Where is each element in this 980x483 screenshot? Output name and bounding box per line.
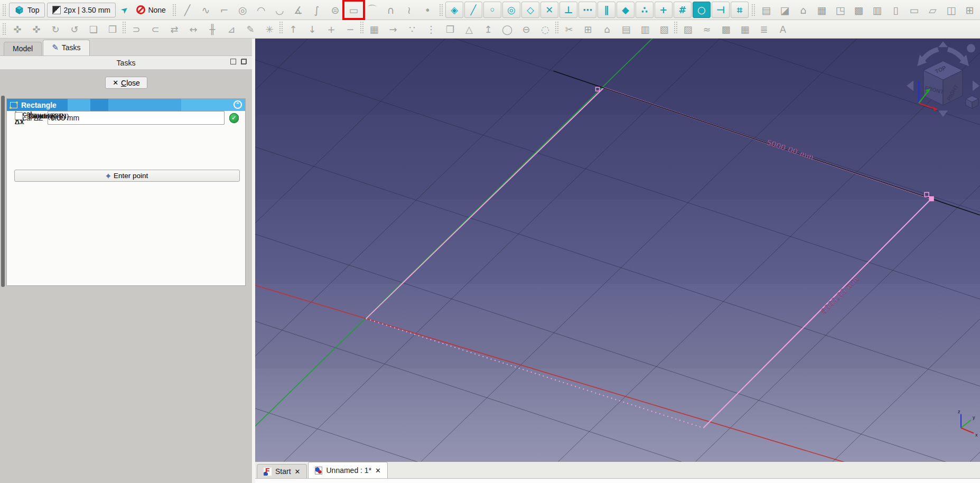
draft-rectangle-icon[interactable]: ▭: [344, 2, 363, 18]
draft-arc-icon[interactable]: ◠: [252, 2, 270, 18]
draft-clone-icon[interactable]: ❏: [84, 21, 103, 37]
navigation-cube[interactable]: TOP FRONT RIGHT: [907, 41, 979, 117]
snap-arrow-icon[interactable]: ➤: [115, 1, 134, 18]
close-task-button[interactable]: ✕ Close: [105, 77, 147, 89]
draft-arc-axis-icon[interactable]: ∡: [289, 2, 307, 18]
snap-ortho-icon[interactable]: +: [655, 2, 673, 18]
part-sphere-icon[interactable]: ◯: [498, 21, 517, 37]
arch-space-icon[interactable]: ◪: [776, 2, 794, 18]
autogroup-button[interactable]: None: [132, 5, 170, 14]
draft-path-array-icon[interactable]: →: [384, 21, 403, 37]
draft-mirror-icon[interactable]: ⇄: [165, 21, 184, 37]
draft-bezier-tools-icon[interactable]: ≀: [400, 2, 418, 18]
collapse-icon[interactable]: ⌃: [234, 100, 242, 109]
rotate-ccw-arrow-icon[interactable]: [907, 80, 913, 91]
draft-line-icon[interactable]: ╱: [178, 2, 197, 18]
arch-wall-icon[interactable]: ▩: [850, 2, 868, 18]
draft-offset-copy-icon[interactable]: ⊂: [146, 21, 165, 37]
checkbox[interactable]: [15, 112, 23, 120]
snap-perpendicular-icon[interactable]: ⊥: [559, 2, 577, 18]
arch-beam-icon[interactable]: ▭: [905, 2, 923, 18]
draft-edit-icon[interactable]: ✎: [241, 21, 260, 37]
snap-endpoint-icon[interactable]: ╱: [464, 2, 482, 18]
close-tab-icon[interactable]: ✕: [375, 467, 381, 475]
doc-lines-icon[interactable]: ≣: [754, 21, 773, 37]
3d-viewport[interactable]: 5000.00 mm6000.00 mm TOP FRONT RIGHT: [255, 39, 980, 462]
draft-stretch-icon[interactable]: ↔: [184, 21, 203, 37]
arch-window-icon[interactable]: ⊞: [960, 2, 979, 18]
draft-add-point-icon[interactable]: +: [322, 21, 341, 37]
arch-door-icon[interactable]: ◫: [942, 2, 960, 18]
draft-bezier-icon[interactable]: ∫: [307, 2, 326, 18]
toolbar-grip[interactable]: [2, 23, 6, 35]
draft-pattern-icon[interactable]: ⋮: [422, 21, 441, 37]
rotate-left-arrow-icon[interactable]: [922, 49, 938, 61]
tilt-up-arrow-icon[interactable]: [938, 41, 948, 47]
dock-restore-icon[interactable]: [241, 59, 247, 64]
draft-polyline-icon[interactable]: ∿: [197, 2, 215, 18]
draft-rotate-icon[interactable]: ↻: [46, 21, 65, 37]
draft-arc-3points-icon[interactable]: ◡: [270, 2, 289, 18]
sep2[interactable]: [279, 21, 284, 34]
toggle-grid-icon[interactable]: ⌗: [731, 2, 749, 18]
arch-section-plane-icon[interactable]: ◳: [831, 2, 850, 18]
snap-special-icon[interactable]: ◆: [617, 2, 634, 18]
mdi-tab-unnamed[interactable]: Unnamed : 1* ✕: [308, 462, 388, 478]
sep1[interactable]: [122, 21, 127, 34]
snap-near-icon[interactable]: ∴: [636, 2, 654, 18]
draft-ellipse-icon[interactable]: ⊜: [326, 2, 344, 18]
coordinate-input[interactable]: 0.00 mm: [48, 111, 225, 125]
draft-upgrade-icon[interactable]: ↑: [284, 21, 303, 37]
arch-panel-icon[interactable]: ▱: [923, 2, 942, 18]
snap-intersection-icon[interactable]: ✕: [540, 2, 558, 18]
layers-icon[interactable]: ≈: [697, 21, 716, 37]
draft-circle-icon[interactable]: ◎: [234, 2, 252, 18]
draft-cubic-bezier-icon[interactable]: ∩: [381, 2, 400, 18]
part-box-icon[interactable]: ❒: [441, 21, 460, 37]
working-plane-top-button[interactable]: Top: [9, 3, 45, 17]
spreadsheet-icon[interactable]: ▦: [735, 21, 754, 37]
rotate-cw-arrow-icon[interactable]: [973, 80, 979, 91]
doc-export-icon[interactable]: ▨: [678, 21, 697, 37]
rotate-right-arrow-icon[interactable]: [948, 49, 964, 61]
snap-dimensions-icon[interactable]: ⊣: [712, 2, 730, 18]
part-pyramid-icon[interactable]: △: [460, 21, 479, 37]
tab-model[interactable]: ✎ Model: [4, 42, 42, 55]
doc-hatch-icon[interactable]: ▩: [716, 21, 735, 37]
doc-chart-icon[interactable]: ▧: [655, 21, 674, 37]
part-ellipsoid-icon[interactable]: ⊖: [517, 21, 536, 37]
draft-move-copy-icon[interactable]: ✜: [27, 21, 46, 37]
doc-open-icon[interactable]: ▥: [636, 21, 655, 37]
snap-parallel-icon[interactable]: ∥: [598, 2, 615, 18]
enter-point-button[interactable]: ⌖ Enter point: [14, 170, 240, 182]
draft-ortho-array-icon[interactable]: ▦: [365, 21, 384, 37]
snap-angle-icon[interactable]: ◇: [521, 2, 539, 18]
draft-remove-point-icon[interactable]: −: [341, 21, 360, 37]
part-torus-icon[interactable]: ◌: [536, 21, 555, 37]
snap-center-icon[interactable]: ◎: [502, 2, 520, 18]
toolbar-grip[interactable]: [439, 4, 443, 16]
draft-point-icon[interactable]: •: [418, 2, 437, 18]
close-tab-icon[interactable]: ✕: [295, 468, 301, 476]
toolbar-grip[interactable]: [172, 4, 176, 16]
arch-reference-icon[interactable]: ▤: [757, 2, 776, 18]
snap-lock-icon[interactable]: ◈: [445, 2, 463, 18]
draft-move-icon[interactable]: ✜: [8, 21, 27, 37]
draft-scale-icon[interactable]: ⊿: [222, 21, 241, 37]
arch-building-icon[interactable]: ⌂: [794, 2, 813, 18]
draft-subelement-icon[interactable]: ✳: [260, 21, 279, 37]
draft-trim-icon[interactable]: ╫: [203, 21, 222, 37]
dock-float-icon[interactable]: [230, 59, 236, 64]
arch-floorplan-icon[interactable]: ▦: [813, 2, 831, 18]
free-rotate-icon[interactable]: [967, 44, 975, 52]
toolbar-grip[interactable]: [2, 4, 6, 16]
sep3[interactable]: [360, 21, 365, 34]
arch-column-icon[interactable]: ▯: [886, 2, 905, 18]
mdi-tab-start[interactable]: Start ✕: [257, 464, 307, 478]
tasks-scrollbar[interactable]: [1, 96, 5, 287]
sketch-grid-icon[interactable]: ⊞: [578, 21, 598, 37]
sep4[interactable]: [555, 21, 559, 34]
draft-point-array-icon[interactable]: ∵: [403, 21, 422, 37]
part-extrude-icon[interactable]: ↥: [479, 21, 498, 37]
draft-downgrade-icon[interactable]: ↓: [303, 21, 322, 37]
